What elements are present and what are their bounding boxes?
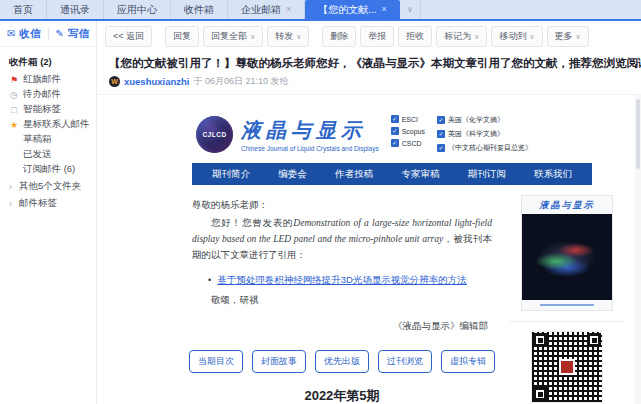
- chevron-down-icon: ∨: [529, 33, 534, 41]
- move-to-button[interactable]: 移动到∨: [491, 26, 542, 47]
- checked-checkbox-icon: ✓: [437, 130, 445, 138]
- nav-author-submission[interactable]: 作者投稿: [335, 168, 373, 181]
- journal-logo: CJLCD: [196, 116, 233, 153]
- citing-article-link[interactable]: 基于预处理卷积神经网络提升3D光场显示视觉分辨率的方法: [217, 272, 467, 288]
- email-body-viewport: CJLCD 液晶与显示 Chinese Journal of Liquid Cr…: [97, 95, 641, 404]
- message-toolbar: << 返回 回复 回复全部∨ 转发∨ 删除 举报 拒收 标记为∨ 移动到∨ 更多…: [97, 21, 641, 52]
- online-first-button[interactable]: 优先出版: [315, 350, 369, 373]
- webmail-app: 首页 通讯录 应用中心 收件箱 企业邮箱 × 【您的文献... × ∨ ✉ 收信: [0, 0, 641, 404]
- tab-inbox[interactable]: 收件箱: [171, 0, 228, 19]
- sidebar-item-starred-contacts[interactable]: ★ 星标联系人邮件: [9, 117, 96, 132]
- sidebar-item-smart-tags[interactable]: □ 智能标签: [9, 102, 96, 117]
- checked-checkbox-icon: ✓: [391, 139, 399, 147]
- tab-open-message[interactable]: 【您的文献... ×: [305, 0, 400, 19]
- pencil-icon: ✎: [56, 28, 64, 39]
- flag-icon: ⚑: [9, 75, 19, 85]
- star-icon: ★: [9, 120, 19, 130]
- sidebar-item-mail-tags[interactable]: › 邮件标签: [9, 196, 96, 211]
- tag-icon: □: [9, 105, 19, 115]
- block-button[interactable]: 拒收: [398, 26, 432, 47]
- checked-checkbox-icon: ✓: [391, 115, 399, 123]
- tab-home[interactable]: 首页: [0, 0, 47, 19]
- sidebar-item-sent[interactable]: 已发送: [9, 147, 96, 162]
- journal-cover-image[interactable]: 液晶与显示: [521, 195, 613, 311]
- divider: [510, 321, 624, 322]
- wechat-qr-code[interactable]: [532, 332, 602, 402]
- tab-app-center[interactable]: 应用中心: [104, 0, 171, 19]
- tab-enterprise-mail[interactable]: 企业邮箱 ×: [228, 0, 305, 19]
- sidebar-item-inbox[interactable]: 收件箱 (2): [9, 55, 96, 70]
- delete-button[interactable]: 删除: [322, 26, 356, 47]
- sidebar-item-subscriptions[interactable]: 订阅邮件 (6): [9, 162, 96, 177]
- bullet-icon: •: [208, 273, 211, 288]
- nav-journal-intro[interactable]: 期刊简介: [212, 168, 250, 181]
- more-button[interactable]: 更多∨: [547, 26, 589, 47]
- body-paragraph: 您好！您曾发表的Demonstration of a large-size ho…: [192, 215, 492, 263]
- back-button[interactable]: << 返回: [105, 26, 152, 47]
- sent-info: 于 06月06日 21:10 发给: [193, 75, 288, 88]
- mail-icon: ✉: [7, 28, 15, 39]
- reply-button[interactable]: 回复: [165, 26, 199, 47]
- chevron-down-icon: ∨: [576, 33, 581, 41]
- sidebar-item-flagged[interactable]: ⚑ 红旗邮件: [9, 72, 96, 87]
- receive-mail-button[interactable]: ✉ 收信: [0, 27, 48, 41]
- nav-contact-us[interactable]: 联系我们: [534, 168, 572, 181]
- journal-subtitle: Chinese Journal of Liquid Crystals and D…: [241, 145, 379, 152]
- email-nav-bar: 期刊简介 编委会 作者投稿 专家审稿 期刊订阅 联系我们: [192, 163, 592, 185]
- sidebar-item-drafts[interactable]: 草稿箱: [9, 132, 96, 147]
- cover-footer: [522, 300, 612, 310]
- chevron-right-icon: ›: [9, 182, 15, 192]
- top-tab-bar: 首页 通讯录 应用中心 收件箱 企业邮箱 × 【您的文献... × ∨: [0, 0, 641, 21]
- email-content: CJLCD 液晶与显示 Chinese Journal of Liquid Cr…: [192, 95, 634, 404]
- cover-story-button[interactable]: 封面故事: [252, 350, 306, 373]
- scrollbar[interactable]: [635, 95, 641, 404]
- current-issue-button[interactable]: 当期目次: [189, 350, 243, 373]
- scrollbar-thumb[interactable]: [636, 99, 640, 169]
- email-right-column: 液晶与显示 创刊：1986年·月刊: [502, 185, 632, 404]
- report-button[interactable]: 举报: [360, 26, 394, 47]
- archive-button[interactable]: 过刊浏览: [378, 350, 432, 373]
- tab-contacts[interactable]: 通讯录: [47, 0, 104, 19]
- email-header: CJLCD 液晶与显示 Chinese Journal of Liquid Cr…: [192, 95, 634, 163]
- editorial-signature: 《液晶与显示》编辑部: [192, 318, 492, 334]
- chevron-down-icon: ∨: [474, 33, 479, 41]
- chevron-down-icon: ∨: [250, 33, 255, 41]
- avatar: W: [109, 76, 120, 87]
- issue-buttons: 当期目次 封面故事 优先出版 过刊浏览 虚拟专辑: [192, 350, 492, 373]
- nav-expert-review[interactable]: 专家审稿: [401, 168, 439, 181]
- chevron-right-icon: ›: [9, 199, 15, 209]
- chevron-down-icon: ∨: [296, 33, 301, 41]
- checked-checkbox-icon: ✓: [391, 127, 399, 135]
- checked-checkbox-icon: ✓: [437, 116, 445, 124]
- salutation: 尊敬的杨乐老师：: [192, 197, 492, 213]
- closing: 敬颂，研祺: [192, 292, 492, 308]
- sidebar-item-todo[interactable]: ◷ 待办邮件: [9, 87, 96, 102]
- email-main-text: 尊敬的杨乐老师： 您好！您曾发表的Demonstration of a larg…: [192, 185, 492, 404]
- cover-artwork: [522, 214, 612, 300]
- close-icon[interactable]: ×: [286, 0, 291, 19]
- issue-title: 2022年第5期: [192, 385, 492, 404]
- chevron-down-icon: ∨: [407, 0, 413, 19]
- message-pane: << 返回 回复 回复全部∨ 转发∨ 删除 举报 拒收 标记为∨ 移动到∨ 更多…: [97, 21, 641, 404]
- message-subject: 【您的文献被引用了！】尊敬的杨乐老师您好，《液晶与显示》本期文章引用了您的文献，…: [109, 56, 641, 71]
- journal-title: 液晶与显示: [241, 117, 379, 144]
- index-checkboxes: ✓ESCI ✓Scopus ✓CSCD ✓美国《化学文摘》 ✓英国《科学文摘》 …: [391, 115, 532, 153]
- nav-editorial-board[interactable]: 编委会: [278, 168, 307, 181]
- folder-sidebar: ✉ 收信 ✎ 写信 收件箱 (2) ⚑ 红旗邮件 ◷ 待办邮件 □: [0, 21, 97, 404]
- tab-list-dropdown[interactable]: ∨: [400, 0, 421, 19]
- cover-title: 液晶与显示: [540, 200, 595, 210]
- checked-checkbox-icon: ✓: [437, 144, 445, 152]
- qr-center-logo: [559, 359, 575, 375]
- sender-row: W xueshuxianzhi 于 06月06日 21:10 发给: [97, 72, 641, 95]
- virtual-album-button[interactable]: 虚拟专辑: [441, 350, 495, 373]
- clock-icon: ◷: [9, 90, 19, 100]
- sidebar-item-other-folders[interactable]: › 其他5个文件夹: [9, 179, 96, 194]
- nav-subscription[interactable]: 期刊订阅: [468, 168, 506, 181]
- mark-as-button[interactable]: 标记为∨: [436, 26, 487, 47]
- forward-button[interactable]: 转发∨: [267, 26, 309, 47]
- sender-name[interactable]: xueshuxianzhi: [124, 76, 189, 87]
- close-icon[interactable]: ×: [382, 0, 387, 19]
- compose-mail-button[interactable]: ✎ 写信: [49, 27, 97, 41]
- reply-all-button[interactable]: 回复全部∨: [203, 26, 263, 47]
